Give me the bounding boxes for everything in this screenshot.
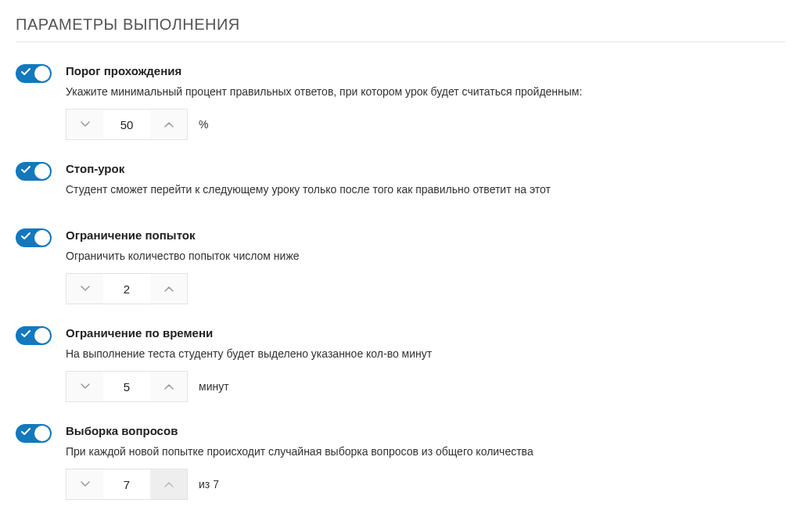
toggle-time-limit[interactable] [16,326,52,345]
option-pass-threshold: Порог прохождения Укажите минимальный пр… [16,64,785,140]
stepper-value[interactable]: 2 [103,273,150,304]
stepper-value[interactable]: 7 [103,469,150,500]
stepper-increment[interactable] [150,273,188,304]
toggle-knob [34,164,50,179]
option-time-limit: Ограничение по времени На выполнение тес… [16,326,785,402]
option-description: Укажите минимальный процент правильных о… [66,85,785,98]
option-description: На выполнение теста студенту будет выдел… [66,347,785,360]
check-icon [21,67,31,77]
check-icon [21,329,31,339]
toggle-attempt-limit[interactable] [16,228,52,247]
unit-label: минут [199,380,229,393]
stepper-decrement[interactable] [66,109,103,140]
section-title: ПАРАМЕТРЫ ВЫПОЛНЕНИЯ [16,16,785,42]
toggle-question-sample[interactable] [16,424,52,443]
option-title: Порог прохождения [66,64,785,77]
check-icon [21,232,31,241]
check-icon [21,165,31,174]
stepper-increment[interactable] [150,109,188,140]
stepper-decrement[interactable] [66,273,103,304]
chevron-up-icon [164,121,174,128]
stepper-increment[interactable] [150,371,188,402]
stepper-increment [150,469,188,500]
stepper-attempt-limit: 2 [66,273,188,304]
toggle-knob [34,426,50,441]
chevron-up-icon [164,481,174,487]
stepper-time-limit: 5 [66,371,188,402]
option-description: При каждой новой попытке происходит случ… [66,445,785,458]
option-title: Выборка вопросов [66,424,785,437]
chevron-down-icon [81,121,90,128]
chevron-up-icon [164,383,174,390]
option-question-sample: Выборка вопросов При каждой новой попытк… [16,424,785,500]
stepper-decrement[interactable] [66,371,103,402]
check-icon [21,427,31,437]
unit-label: % [199,118,208,131]
option-title: Ограничение по времени [66,326,785,340]
chevron-down-icon [81,383,90,390]
stepper-pass-threshold: 50 [66,109,188,140]
toggle-knob [34,66,50,81]
option-stop-lesson: Стоп-урок Студент сможет перейти к следу… [16,162,785,207]
toggle-knob [34,230,50,246]
toggle-knob [34,328,50,343]
toggle-stop-lesson[interactable] [16,162,52,181]
option-description: Студент сможет перейти к следующему урок… [66,183,785,196]
option-attempt-limit: Ограничение попыток Ограничить количеств… [16,228,785,304]
option-description: Ограничить количество попыток числом ниж… [66,250,785,262]
stepper-value[interactable]: 5 [103,371,150,402]
stepper-question-sample: 7 [66,469,188,500]
option-title: Ограничение попыток [66,228,785,242]
stepper-decrement[interactable] [66,469,103,500]
chevron-down-icon [81,481,90,487]
chevron-down-icon [81,286,90,292]
toggle-pass-threshold[interactable] [16,64,52,83]
chevron-up-icon [164,286,174,292]
option-title: Стоп-урок [66,162,785,175]
unit-label: из 7 [199,478,219,491]
stepper-value[interactable]: 50 [103,109,150,140]
